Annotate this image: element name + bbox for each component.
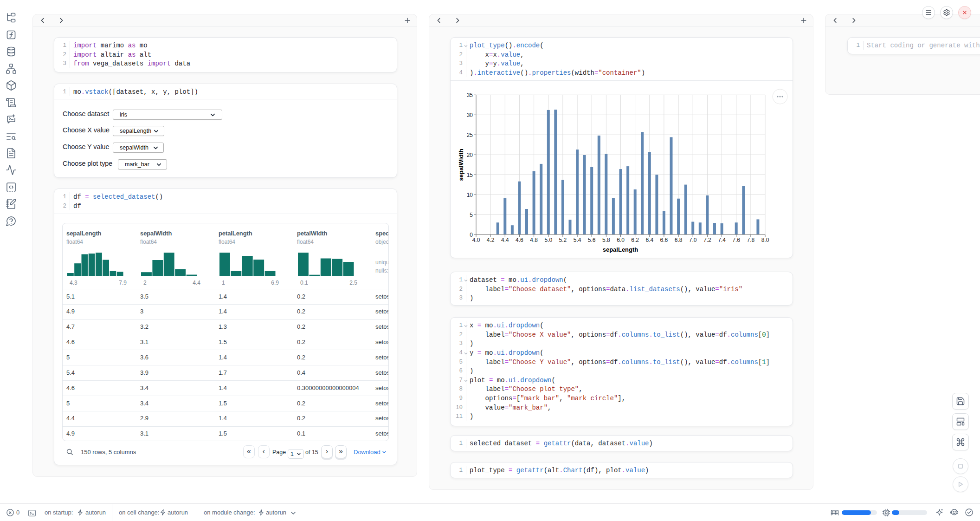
svg-text:25: 25 xyxy=(467,132,473,138)
svg-text:6.8: 6.8 xyxy=(675,237,683,243)
svg-text:15: 15 xyxy=(467,172,473,178)
svg-text:7.4: 7.4 xyxy=(718,237,726,243)
svg-text:sepalLength: sepalLength xyxy=(603,246,638,253)
svg-text:6.2: 6.2 xyxy=(631,237,639,243)
svg-text:4.6: 4.6 xyxy=(516,237,523,243)
svg-text:5.6: 5.6 xyxy=(588,237,596,243)
svg-text:4.0: 4.0 xyxy=(472,237,480,243)
svg-text:4.2: 4.2 xyxy=(487,237,495,243)
svg-text:0: 0 xyxy=(470,232,473,238)
svg-text:10: 10 xyxy=(467,192,473,198)
svg-text:5: 5 xyxy=(470,212,473,218)
svg-text:4.4: 4.4 xyxy=(501,237,509,243)
svg-text:20: 20 xyxy=(467,152,473,158)
svg-text:6.6: 6.6 xyxy=(660,237,668,243)
svg-text:6.0: 6.0 xyxy=(617,237,625,243)
svg-text:5.0: 5.0 xyxy=(544,237,552,243)
svg-text:30: 30 xyxy=(467,112,473,118)
svg-text:7.2: 7.2 xyxy=(703,237,711,243)
svg-text:35: 35 xyxy=(467,92,473,98)
svg-text:7.8: 7.8 xyxy=(747,237,755,243)
svg-text:sepalWidth: sepalWidth xyxy=(458,149,464,181)
svg-text:4.8: 4.8 xyxy=(530,237,538,243)
svg-text:5.2: 5.2 xyxy=(559,237,567,243)
svg-text:5.8: 5.8 xyxy=(602,237,610,243)
svg-text:7.0: 7.0 xyxy=(689,237,697,243)
svg-text:5.4: 5.4 xyxy=(574,237,581,243)
svg-text:8.0: 8.0 xyxy=(761,237,769,243)
svg-text:6.4: 6.4 xyxy=(645,237,653,243)
svg-text:7.6: 7.6 xyxy=(732,237,740,243)
